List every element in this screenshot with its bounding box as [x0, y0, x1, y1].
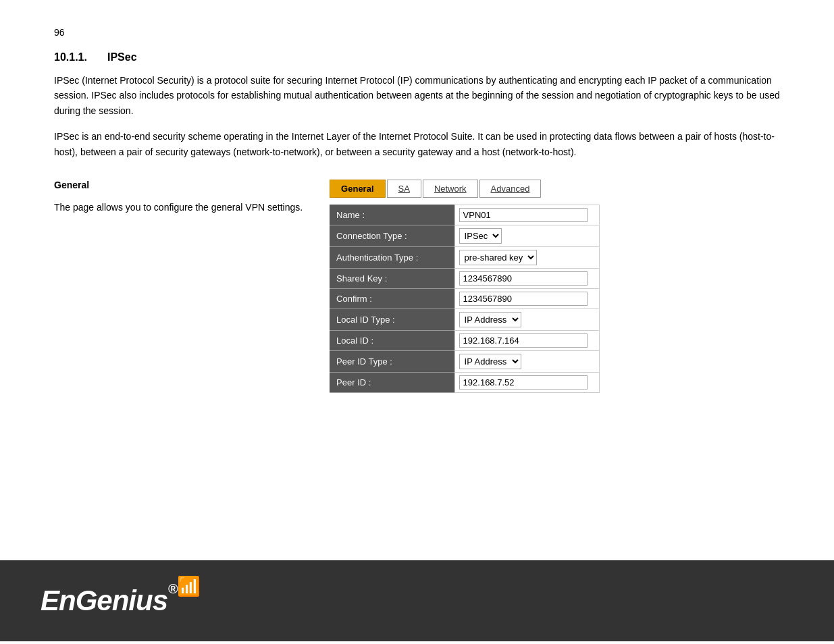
logo-text: EnGenius: [41, 585, 167, 617]
label-auth-type: Authentication Type :: [330, 246, 454, 268]
section-number: 10.1.1.: [54, 51, 87, 63]
value-local-id: [454, 330, 600, 350]
label-local-id: Local ID :: [330, 330, 454, 350]
tab-advanced[interactable]: Advanced: [479, 180, 542, 198]
input-confirm[interactable]: [459, 292, 588, 306]
engenius-logo: EnGenius ® 📶: [41, 585, 201, 617]
value-auth-type: pre-shared key: [454, 246, 600, 268]
label-peer-id-type: Peer ID Type :: [330, 350, 454, 372]
label-local-id-type: Local ID Type :: [330, 308, 454, 330]
field-peer-id-type: Peer ID Type : IP Address: [330, 350, 600, 372]
field-shared-key: Shared Key :: [330, 268, 600, 288]
value-name: [454, 205, 600, 225]
input-shared-key[interactable]: [459, 271, 588, 286]
general-label: General: [54, 180, 303, 190]
field-auth-type: Authentication Type : pre-shared key: [330, 246, 600, 268]
main-content: 96 10.1.1.IPSec IPSec (Internet Protocol…: [0, 0, 834, 560]
tab-bar: General SA Network Advanced: [330, 180, 600, 198]
select-connection-type[interactable]: IPSec: [459, 228, 502, 244]
general-description: The page allows you to configure the gen…: [54, 200, 303, 215]
wifi-icon: 📶: [177, 575, 201, 597]
label-name: Name :: [330, 205, 454, 225]
field-connection-type: Connection Type : IPSec: [330, 225, 600, 246]
paragraph-1: IPSec (Internet Protocol Security) is a …: [54, 73, 780, 118]
value-peer-id: [454, 372, 600, 392]
vpn-panel: General SA Network Advanced Name : Conne…: [330, 180, 600, 393]
vpn-form-table: Name : Connection Type : IPSec: [330, 205, 600, 393]
general-left: General The page allows you to configure…: [54, 180, 303, 215]
value-confirm: [454, 288, 600, 308]
tab-general[interactable]: General: [330, 180, 385, 198]
field-local-id: Local ID :: [330, 330, 600, 350]
tab-network[interactable]: Network: [423, 180, 478, 198]
tab-sa[interactable]: SA: [387, 180, 421, 198]
value-peer-id-type: IP Address: [454, 350, 600, 372]
paragraph-2: IPSec is an end-to-end security scheme o…: [54, 129, 780, 159]
select-auth-type[interactable]: pre-shared key: [459, 250, 537, 265]
input-name[interactable]: [459, 208, 588, 222]
field-name: Name :: [330, 205, 600, 225]
field-peer-id: Peer ID :: [330, 372, 600, 392]
label-connection-type: Connection Type :: [330, 225, 454, 246]
label-shared-key: Shared Key :: [330, 268, 454, 288]
page-number: 96: [54, 27, 780, 38]
footer: EnGenius ® 📶: [0, 560, 834, 641]
field-confirm: Confirm :: [330, 288, 600, 308]
input-peer-id[interactable]: [459, 375, 588, 390]
label-peer-id: Peer ID :: [330, 372, 454, 392]
value-shared-key: [454, 268, 600, 288]
field-local-id-type: Local ID Type : IP Address: [330, 308, 600, 330]
general-section: General The page allows you to configure…: [54, 180, 780, 393]
select-peer-id-type[interactable]: IP Address: [459, 354, 521, 369]
label-confirm: Confirm :: [330, 288, 454, 308]
select-local-id-type[interactable]: IP Address: [459, 312, 521, 327]
value-local-id-type: IP Address: [454, 308, 600, 330]
section-heading: IPSec: [107, 51, 137, 63]
section-title: 10.1.1.IPSec: [54, 51, 780, 63]
input-local-id[interactable]: [459, 333, 588, 348]
value-connection-type: IPSec: [454, 225, 600, 246]
